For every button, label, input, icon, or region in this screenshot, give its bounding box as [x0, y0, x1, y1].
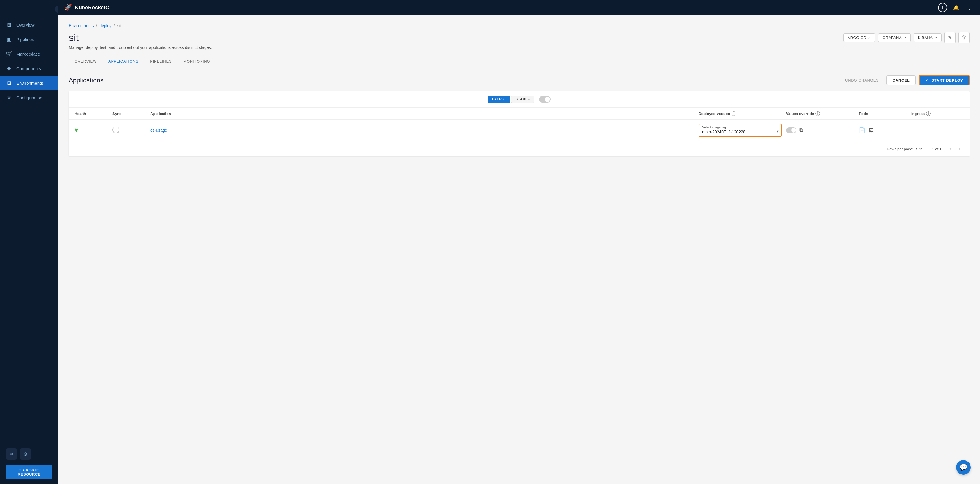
- table-header: Health Sync Application Deployed version…: [69, 108, 969, 120]
- edit-tool-button[interactable]: ✏: [6, 449, 17, 460]
- grafana-button[interactable]: GRAFANA ↗: [878, 33, 910, 42]
- page-header: sit Manage, deploy, test, and troublesho…: [69, 32, 969, 50]
- page-navigation: ‹ ›: [946, 145, 964, 153]
- table-row: ♥ es-usage Select image tag main-2024071…: [69, 120, 969, 141]
- filter-toggle-switch[interactable]: [539, 96, 550, 103]
- pod-list-icon[interactable]: 📄: [859, 127, 865, 133]
- rows-per-page-select[interactable]: 5: [915, 146, 923, 151]
- sidebar-bottom: ✏ ⚙ + CREATE RESOURCE: [0, 444, 58, 484]
- deployed-version-cell: Select image tag main-20240712-120228 ▾: [698, 124, 786, 136]
- health-icon: ♥: [75, 126, 78, 134]
- sync-spinner: [113, 126, 119, 133]
- tab-overview[interactable]: OVERVIEW: [69, 55, 103, 68]
- sidebar-item-label: Overview: [16, 22, 35, 27]
- edit-button[interactable]: ✎: [945, 32, 956, 43]
- application-cell: es-usage: [150, 128, 698, 133]
- next-page-button[interactable]: ›: [956, 145, 964, 153]
- external-link-icon: ↗: [904, 36, 906, 40]
- external-link-icon: ↗: [934, 36, 937, 40]
- chat-fab-button[interactable]: 💬: [956, 460, 970, 474]
- sidebar-item-label: Configuration: [16, 95, 42, 100]
- sync-cell: [113, 126, 150, 134]
- breadcrumb-deploy[interactable]: deploy: [99, 23, 111, 28]
- breadcrumb-sep-2: /: [114, 23, 115, 28]
- cancel-button[interactable]: CANCEL: [886, 75, 916, 85]
- section-header: Applications UNDO CHANGES CANCEL ✓ START…: [69, 75, 969, 85]
- external-edit-icon[interactable]: ⧉: [799, 127, 803, 133]
- health-cell: ♥: [75, 126, 113, 134]
- sidebar-item-label: Environments: [16, 81, 43, 86]
- main-wrapper: 🚀 KubeRocketCI i 🔔 ⋮ Environments / depl…: [58, 0, 980, 484]
- settings-tool-button[interactable]: ⚙: [20, 449, 31, 460]
- ingress-info-icon[interactable]: i: [926, 111, 931, 116]
- logo-icon: 🚀: [64, 4, 72, 11]
- application-link[interactable]: es-usage: [150, 128, 167, 133]
- sidebar-item-components[interactable]: ◈ Components: [0, 61, 58, 76]
- delete-button[interactable]: 🗑: [958, 32, 969, 43]
- chat-icon: 💬: [959, 463, 967, 471]
- tab-monitoring[interactable]: MONITORING: [177, 55, 216, 68]
- start-deploy-button[interactable]: ✓ START DEPLOY: [919, 75, 969, 85]
- image-tag-select-wrapper: Select image tag main-20240712-120228 ▾: [698, 124, 782, 136]
- overview-icon: ⊞: [6, 22, 12, 28]
- create-resource-label: + CREATE RESOURCE: [11, 468, 48, 476]
- start-deploy-check-icon: ✓: [926, 78, 929, 83]
- deployed-version-info-icon[interactable]: i: [732, 111, 736, 116]
- more-menu-button[interactable]: ⋮: [965, 3, 974, 12]
- marketplace-icon: 🛒: [6, 51, 12, 57]
- tab-pipelines[interactable]: PIPELINES: [144, 55, 177, 68]
- header-deployed-version: Deployed version i: [698, 111, 786, 116]
- header-sync: Sync: [113, 111, 150, 116]
- create-resource-button[interactable]: + CREATE RESOURCE: [6, 465, 52, 479]
- tab-applications[interactable]: APPLICATIONS: [103, 55, 144, 68]
- pod-image-icon[interactable]: 🖼: [869, 127, 874, 133]
- tabs-bar: OVERVIEW APPLICATIONS PIPELINES MONITORI…: [69, 55, 969, 68]
- environments-icon: ⊡: [6, 80, 12, 86]
- header-values-override: Values override i: [786, 111, 859, 116]
- sidebar: ‹ ⊞ Overview ▣ Pipelines 🛒 Marketplace ◈…: [0, 0, 58, 484]
- undo-changes-button[interactable]: UNDO CHANGES: [841, 76, 883, 85]
- pagination-row: Rows per page: 5 1–1 of 1 ‹ ›: [69, 141, 969, 156]
- values-override-info-icon[interactable]: i: [815, 111, 820, 116]
- notifications-button[interactable]: 🔔: [951, 3, 961, 12]
- filter-latest-tag[interactable]: LATEST: [488, 96, 511, 103]
- configuration-icon: ⚙: [6, 94, 12, 101]
- image-tag-select[interactable]: main-20240712-120228: [699, 129, 781, 136]
- values-override-toggle[interactable]: [786, 127, 797, 133]
- breadcrumb-sep-1: /: [96, 23, 97, 28]
- header-actions: ARGO CD ↗ GRAFANA ↗ KIBANA ↗ ✎ 🗑: [843, 32, 969, 43]
- topbar: 🚀 KubeRocketCI i 🔔 ⋮: [58, 0, 980, 15]
- pods-cell: 📄 🖼: [859, 127, 911, 133]
- sidebar-item-overview[interactable]: ⊞ Overview: [0, 17, 58, 32]
- filter-toggle: LATEST STABLE: [488, 96, 535, 103]
- values-override-cell: ⧉: [786, 127, 859, 133]
- page-subtitle: Manage, deploy, test, and troubleshoot y…: [69, 45, 212, 50]
- values-toggle-knob: [791, 128, 796, 133]
- filter-stable-tag[interactable]: STABLE: [511, 96, 534, 103]
- filter-bar: LATEST STABLE: [69, 91, 969, 108]
- kibana-button[interactable]: KIBANA ↗: [913, 33, 942, 42]
- sidebar-item-environments[interactable]: ⊡ Environments: [0, 76, 58, 90]
- breadcrumb: Environments / deploy / sit: [69, 23, 969, 28]
- breadcrumb-environments[interactable]: Environments: [69, 23, 94, 28]
- header-health: Health: [75, 111, 113, 116]
- pods-cell-content: 📄 🖼: [859, 127, 911, 133]
- sidebar-item-configuration[interactable]: ⚙ Configuration: [0, 90, 58, 105]
- toggle-knob: [545, 97, 550, 102]
- app-logo: 🚀 KubeRocketCI: [64, 4, 111, 11]
- page-info: 1–1 of 1: [928, 147, 942, 151]
- section-actions: UNDO CHANGES CANCEL ✓ START DEPLOY: [841, 75, 969, 85]
- sidebar-tools: ✏ ⚙: [6, 449, 52, 460]
- header-application: Application: [150, 111, 698, 116]
- page-title-section: sit Manage, deploy, test, and troublesho…: [69, 32, 212, 50]
- prev-page-button[interactable]: ‹: [946, 145, 955, 153]
- sidebar-item-label: Pipelines: [16, 37, 34, 42]
- sidebar-item-marketplace[interactable]: 🛒 Marketplace: [0, 47, 58, 61]
- sidebar-item-label: Marketplace: [16, 52, 40, 57]
- sidebar-item-pipelines[interactable]: ▣ Pipelines: [0, 32, 58, 47]
- header-pods: Pods: [859, 111, 911, 116]
- info-button[interactable]: i: [938, 3, 947, 12]
- app-name: KubeRocketCI: [75, 5, 111, 11]
- section-title: Applications: [69, 76, 103, 84]
- argo-cd-button[interactable]: ARGO CD ↗: [843, 33, 875, 42]
